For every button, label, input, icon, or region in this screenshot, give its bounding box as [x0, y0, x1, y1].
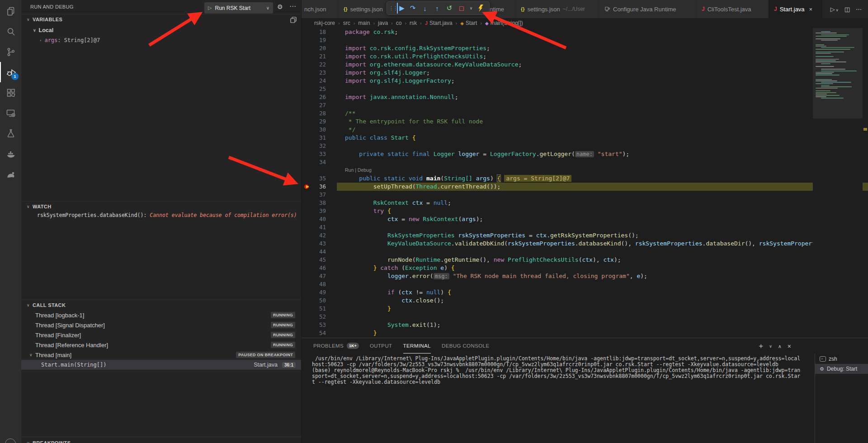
remote-explorer-icon[interactable]	[0, 103, 21, 123]
chevron-down-icon[interactable]: ∨	[262, 5, 269, 10]
tab-launch-json[interactable]: nch.json	[302, 0, 338, 18]
code-line-43: 43 KeyValueDataSource.validateDbKind(rsk…	[302, 240, 868, 248]
run-configuration-label: Run RSK Start	[215, 5, 250, 11]
breadcrumb-item[interactable]: main	[358, 20, 370, 26]
tab-start-java[interactable]: JStart.java ×	[769, 0, 823, 18]
code-line-34: 34	[302, 158, 868, 166]
split-editor-icon[interactable]: ◫	[844, 6, 850, 13]
codelens-run-debug[interactable]: Run | Debug	[302, 166, 868, 174]
code-line-39: 39 try {	[302, 207, 868, 215]
account-icon[interactable]	[5, 438, 16, 443]
call-stack-thread[interactable]: Thread [logback-1]RUNNING	[21, 310, 301, 320]
step-over-icon[interactable]: ↷	[407, 3, 418, 14]
code-line-53: 53 System.exit(1);	[302, 321, 868, 329]
breakpoints-section-header[interactable]: ∨ BREAKPOINTS	[21, 438, 301, 443]
overview-ruler[interactable]	[863, 28, 868, 338]
code-line-38: 38 RskContext ctx = null;	[302, 199, 868, 207]
code-line-18: 18package co.rsk;	[302, 28, 868, 36]
tab-problems[interactable]: PROBLEMS 1K+	[313, 338, 359, 353]
chevron-down-icon: ∨	[29, 353, 33, 357]
json-icon: {}	[344, 6, 348, 12]
terminal-list: >zsh⚙Debug: Start	[815, 353, 868, 443]
extensions-icon[interactable]	[0, 82, 21, 103]
terminal-icon: >	[820, 356, 826, 362]
breadcrumb-item-class[interactable]: Start	[466, 20, 477, 26]
explorer-icon[interactable]	[0, 1, 21, 21]
more-actions-icon[interactable]: ⋯	[289, 2, 296, 10]
watch-section-header[interactable]: ∨ WATCH	[21, 201, 301, 211]
chevron-down-icon: ∨	[27, 204, 30, 209]
watch-expression[interactable]: rskSystemProperties.databaseKind(): Cann…	[37, 212, 297, 220]
gear-icon[interactable]: ⚙	[277, 3, 283, 10]
close-icon[interactable]: ×	[809, 6, 813, 13]
tab-terminal[interactable]: TERMINAL	[403, 338, 431, 353]
breadcrumb-item[interactable]: co	[396, 20, 402, 26]
code-line-36: ▶36 setUpThread(Thread.currentThread());	[302, 183, 868, 191]
gradle-icon[interactable]	[0, 164, 21, 184]
code-line-45: 45 runNode(Runtime.getRuntime(), new Pre…	[302, 256, 868, 264]
breadcrumb-item[interactable]: java	[378, 20, 388, 26]
chevron-down-icon: ∨	[33, 28, 36, 33]
step-into-icon[interactable]: ↓	[420, 3, 430, 14]
inlay-hint: msg:	[434, 273, 449, 279]
code-line-23: 23import org.slf4j.Logger;	[302, 69, 868, 77]
breadcrumb-item-method[interactable]: main(String[])	[491, 20, 523, 26]
sidebar-title: RUN AND DEBUG	[30, 4, 74, 9]
run-configuration-button[interactable]: ▷ Run RSK Start ∨	[204, 2, 273, 14]
code-line-51: 51 }	[302, 305, 868, 313]
close-panel-icon[interactable]: ×	[788, 343, 791, 350]
breadcrumb-item[interactable]: rsk	[410, 20, 417, 26]
tab-output[interactable]: OUTPUT	[370, 338, 392, 353]
breadcrumb-item-file[interactable]: Start.java	[429, 20, 453, 26]
frame-file-label: Start.java	[254, 362, 278, 368]
overview-ruler-marker	[863, 128, 867, 131]
new-terminal-icon[interactable]: +	[759, 342, 763, 351]
call-stack-thread[interactable]: ∨Thread [main]PAUSED ON BREAKPOINT	[21, 350, 301, 360]
stop-icon[interactable]: ◻	[456, 3, 467, 14]
tab-debug-console[interactable]: DEBUG CONSOLE	[442, 338, 490, 353]
call-stack-thread[interactable]: Thread [Finalizer]RUNNING	[21, 330, 301, 340]
code-line-47: 47 logger.error(msg: "The RSK node main …	[302, 272, 868, 280]
source-control-icon[interactable]	[0, 42, 21, 62]
run-and-debug-sidebar: RUN AND DEBUG ▷ Run RSK Start ∨ ⚙ ⋯ ∨ VA…	[21, 0, 302, 443]
more-actions-icon[interactable]: ⋯	[856, 6, 862, 13]
breadcrumb-item[interactable]: rskj-core	[314, 20, 335, 26]
variables-scope-local[interactable]: ∨ Local	[21, 25, 301, 35]
docker-icon[interactable]	[0, 143, 21, 164]
tab-settings-json-user[interactable]: {}settings.json~/.../User	[515, 0, 599, 18]
minimap[interactable]	[813, 28, 863, 338]
call-stack-thread[interactable]: Thread [Reference Handler]RUNNING	[21, 340, 301, 350]
terminal-list-item-debug-start[interactable]: ⚙Debug: Start	[815, 364, 868, 374]
stop-dropdown-icon[interactable]: ∨	[468, 3, 474, 14]
debug-session-icon: ⚙	[820, 366, 824, 372]
search-icon[interactable]	[0, 21, 21, 42]
tab-clitoolstest-java[interactable]: JCliToolsTest.java	[696, 0, 769, 18]
call-stack-section-header[interactable]: ∨ CALL STACK	[21, 300, 301, 310]
maximize-panel-icon[interactable]: ∧	[778, 344, 782, 349]
code-line-54: 54 }	[302, 329, 868, 337]
debug-inline-value: args = String[2]@7	[504, 175, 571, 182]
terminal-list-item-zsh[interactable]: >zsh	[815, 354, 868, 364]
code-line-19: 19	[302, 36, 868, 44]
terminal-output[interactable]: /usr/bin/env /Library/Internet\ Plug-Ins…	[312, 356, 809, 439]
breakpoint-paused-icon[interactable]: ▶	[304, 183, 313, 191]
continue-icon[interactable]: ▶	[397, 3, 406, 14]
chevron-right-icon: ›	[39, 38, 42, 42]
hot-code-replace-icon[interactable]	[475, 3, 486, 14]
code-line-41: 41	[302, 223, 868, 231]
run-and-debug-icon[interactable]: 1	[0, 62, 21, 82]
method-symbol-icon: ◆	[485, 21, 489, 26]
step-out-icon[interactable]: ↑	[432, 3, 443, 14]
terminal-dropdown-icon[interactable]: ∨	[769, 344, 772, 349]
call-stack-frame-selected[interactable]: Start.main(String[])Start.java36:1	[21, 360, 301, 370]
call-stack-thread[interactable]: Thread [Signal Dispatcher]RUNNING	[21, 320, 301, 330]
variables-section-header[interactable]: ∨ VARIABLES	[21, 14, 301, 24]
chevron-down-icon: ∨	[27, 303, 30, 307]
tab-configure-java-runtime[interactable]: Configure Java Runtime	[599, 0, 696, 18]
testing-icon[interactable]	[0, 123, 21, 143]
code-editor[interactable]: 18package co.rsk;1920import co.rsk.confi…	[302, 28, 868, 338]
breadcrumb-item[interactable]: src	[343, 20, 350, 26]
restart-icon[interactable]: ↺	[444, 3, 455, 14]
run-file-icon[interactable]: ▷∨	[830, 6, 839, 13]
variable-args[interactable]: › args: String[2]@7	[21, 35, 301, 45]
